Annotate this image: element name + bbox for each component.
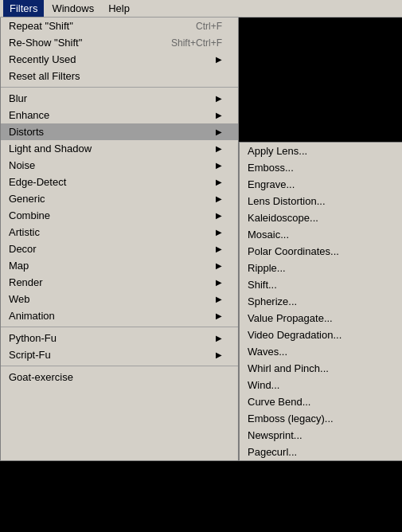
- distorts-submenu-item-14[interactable]: Wind...: [240, 377, 402, 393]
- filter-menu-item-arrow-11: ▶: [216, 211, 222, 220]
- distorts-submenu-item-6[interactable]: Polar Coordinates...: [240, 243, 402, 260]
- filter-menu-item-10[interactable]: Generic▶: [1, 190, 238, 207]
- filter-menu-item-20[interactable]: Goat-exercise: [1, 369, 238, 385]
- filter-menu-item-0[interactable]: Repeat "Shift"Ctrl+F: [1, 18, 238, 34]
- filter-menu-item-label-5: Enhance: [9, 109, 216, 121]
- filters-menu: Repeat "Shift"Ctrl+FRe-Show "Shift"Shift…: [0, 18, 239, 461]
- filter-menu-item-arrow-19: ▶: [216, 350, 222, 359]
- filter-menu-item-arrow-12: ▶: [216, 228, 222, 237]
- filter-menu-item-label-2: Recently Used: [9, 53, 216, 65]
- filter-menu-item-label-9: Edge-Detect: [9, 176, 216, 188]
- filter-menu-item-arrow-10: ▶: [216, 194, 222, 203]
- menubar-windows[interactable]: Windows: [45, 0, 100, 17]
- distorts-submenu: Apply Lens...Emboss...Engrave...Lens Dis…: [239, 142, 402, 461]
- filter-menu-item-18[interactable]: Python-Fu▶: [1, 330, 238, 346]
- filter-menu-item-arrow-16: ▶: [216, 295, 222, 303]
- menubar-help[interactable]: Help: [102, 0, 136, 17]
- filter-menu-item-label-20: Goat-exercise: [9, 371, 222, 383]
- filter-menu-item-13[interactable]: Decor▶: [1, 241, 238, 257]
- dropdown-container: Repeat "Shift"Ctrl+FRe-Show "Shift"Shift…: [0, 18, 402, 461]
- filter-menu-item-label-12: Artistic: [9, 226, 216, 238]
- filter-menu-item-14[interactable]: Map▶: [1, 257, 238, 274]
- filter-menu-item-12[interactable]: Artistic▶: [1, 224, 238, 241]
- filter-menu-item-label-18: Python-Fu: [9, 332, 216, 344]
- filter-menu-item-arrow-6: ▶: [216, 127, 222, 136]
- filter-menu-item-arrow-18: ▶: [216, 334, 222, 342]
- menubar: Filters Windows Help: [0, 0, 402, 18]
- distorts-submenu-item-11[interactable]: Video Degradation...: [240, 327, 402, 343]
- filter-menu-item-arrow-5: ▶: [216, 111, 222, 119]
- filter-menu-item-label-16: Web: [9, 293, 216, 305]
- filter-menu-item-label-7: Light and Shadow: [9, 143, 216, 155]
- menu-separator-17: [1, 327, 238, 327]
- filter-menu-item-label-10: Generic: [9, 193, 216, 205]
- filter-menu-item-8[interactable]: Noise▶: [1, 157, 238, 174]
- distorts-submenu-item-1[interactable]: Emboss...: [240, 159, 402, 176]
- filter-menu-item-arrow-17: ▶: [216, 311, 222, 320]
- filter-menu-item-shortcut-1: Shift+Ctrl+F: [171, 37, 222, 49]
- filter-menu-item-15[interactable]: Render▶: [1, 274, 238, 291]
- filter-menu-item-6[interactable]: Distorts▶: [1, 123, 238, 140]
- distorts-submenu-item-9[interactable]: Spherize...: [240, 293, 402, 310]
- distorts-submenu-item-18[interactable]: Pagecurl...: [240, 444, 402, 460]
- menubar-filters[interactable]: Filters: [3, 0, 44, 17]
- filter-menu-item-2[interactable]: Recently Used▶: [1, 51, 238, 68]
- filter-menu-item-19[interactable]: Script-Fu▶: [1, 346, 238, 363]
- filter-menu-item-17[interactable]: Animation▶: [1, 307, 238, 324]
- menu-separator-3: [1, 87, 238, 88]
- filter-menu-item-arrow-8: ▶: [216, 161, 222, 170]
- distorts-submenu-item-15[interactable]: Curve Bend...: [240, 393, 402, 410]
- filter-menu-item-shortcut-0: Ctrl+F: [196, 21, 222, 32]
- filter-menu-item-arrow-4: ▶: [216, 94, 222, 103]
- filter-menu-item-label-17: Animation: [9, 310, 216, 322]
- filter-menu-item-label-1: Re-Show "Shift": [9, 37, 171, 49]
- filter-menu-item-label-11: Combine: [9, 209, 216, 221]
- filter-menu-item-label-14: Map: [9, 260, 216, 272]
- filter-menu-item-label-0: Repeat "Shift": [9, 20, 196, 32]
- distorts-submenu-item-4[interactable]: Kaleidoscope...: [240, 209, 402, 226]
- distorts-submenu-item-0[interactable]: Apply Lens...: [240, 143, 402, 159]
- filter-menu-item-9[interactable]: Edge-Detect▶: [1, 174, 238, 190]
- menu-separator-19: [1, 366, 238, 366]
- filter-menu-item-arrow-7: ▶: [216, 144, 222, 153]
- distorts-submenu-item-16[interactable]: Emboss (legacy)...: [240, 410, 402, 427]
- distorts-submenu-item-5[interactable]: Mosaic...: [240, 226, 402, 243]
- filter-menu-item-label-6: Distorts: [9, 126, 216, 138]
- filter-menu-item-arrow-2: ▶: [216, 55, 222, 64]
- filter-menu-item-1[interactable]: Re-Show "Shift"Shift+Ctrl+F: [1, 34, 238, 51]
- distorts-submenu-item-12[interactable]: Waves...: [240, 343, 402, 360]
- distorts-submenu-item-8[interactable]: Shift...: [240, 276, 402, 293]
- distorts-submenu-item-10[interactable]: Value Propagate...: [240, 310, 402, 327]
- filter-menu-item-arrow-9: ▶: [216, 178, 222, 186]
- filter-menu-item-arrow-15: ▶: [216, 278, 222, 287]
- distorts-submenu-item-7[interactable]: Ripple...: [240, 260, 402, 276]
- distorts-submenu-item-13[interactable]: Whirl and Pinch...: [240, 360, 402, 377]
- filter-menu-item-16[interactable]: Web▶: [1, 291, 238, 307]
- distorts-submenu-item-3[interactable]: Lens Distortion...: [240, 193, 402, 209]
- filter-menu-item-5[interactable]: Enhance▶: [1, 107, 238, 123]
- filter-menu-item-label-3: Reset all Filters: [9, 70, 222, 82]
- filter-menu-item-arrow-13: ▶: [216, 244, 222, 253]
- filter-menu-item-arrow-14: ▶: [216, 261, 222, 270]
- filter-menu-item-label-4: Blur: [9, 92, 216, 104]
- filter-menu-item-label-19: Script-Fu: [9, 349, 216, 361]
- filter-menu-item-label-13: Decor: [9, 243, 216, 255]
- filter-menu-item-11[interactable]: Combine▶: [1, 207, 238, 224]
- filter-menu-item-3[interactable]: Reset all Filters: [1, 68, 238, 84]
- distorts-submenu-item-17[interactable]: Newsprint...: [240, 427, 402, 444]
- filter-menu-item-label-15: Render: [9, 276, 216, 288]
- filter-menu-item-label-8: Noise: [9, 159, 216, 171]
- filter-menu-item-7[interactable]: Light and Shadow▶: [1, 140, 238, 157]
- distorts-submenu-item-2[interactable]: Engrave...: [240, 176, 402, 193]
- filter-menu-item-4[interactable]: Blur▶: [1, 90, 238, 107]
